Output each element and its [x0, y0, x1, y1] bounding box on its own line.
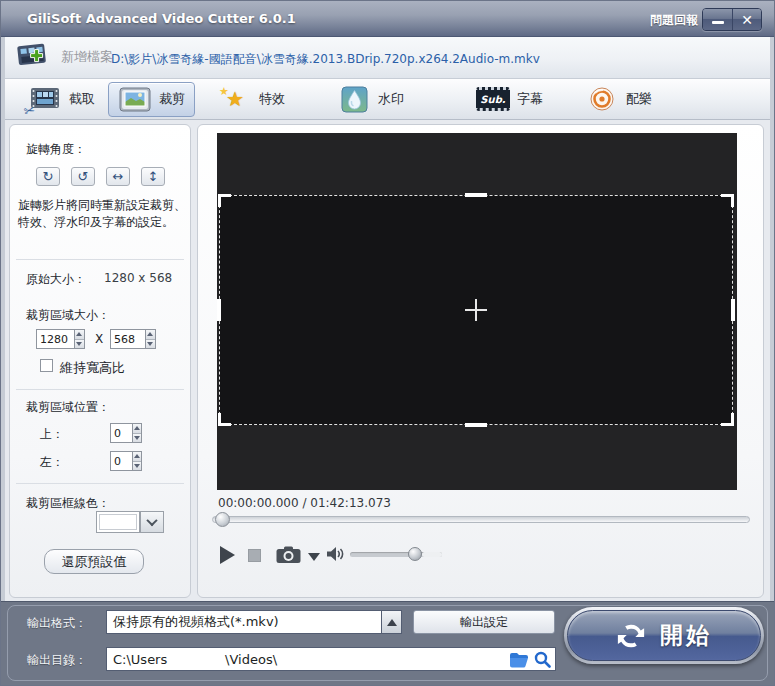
tab-watermark[interactable]: 水印: [328, 82, 413, 117]
add-file-button[interactable]: 新增檔案: [17, 42, 113, 72]
minimize-button[interactable]: [703, 9, 732, 30]
seek-bar[interactable]: [212, 516, 750, 523]
crop-handle-top-right[interactable]: [721, 194, 734, 207]
position-top-input[interactable]: [110, 423, 132, 443]
player-panel: 00:00:00.000 / 01:42:13.073: [197, 124, 764, 598]
rotate-angle-label: 旋轉角度：: [26, 141, 86, 158]
border-color-swatch[interactable]: [96, 511, 140, 533]
position-left-up-button[interactable]: [133, 452, 141, 461]
snapshot-button[interactable]: [276, 546, 301, 564]
crop-width-down-button[interactable]: [75, 339, 84, 349]
snapshot-menu-button[interactable]: [308, 553, 320, 561]
position-top-down-button[interactable]: [133, 433, 141, 443]
crop-handle-left[interactable]: [217, 299, 221, 321]
flip-vertical-button[interactable]: ↕: [141, 167, 165, 186]
reset-defaults-button[interactable]: 還原預設值: [44, 549, 144, 574]
flip-horizontal-button[interactable]: ↔: [106, 167, 130, 186]
crop-handle-right[interactable]: [731, 299, 735, 321]
feedback-link[interactable]: 問題回報: [650, 12, 698, 29]
border-color-label: 裁剪區框線色：: [26, 495, 110, 512]
crop-width-spin-buttons: [74, 329, 85, 349]
minimize-icon: [712, 21, 724, 24]
flip-horizontal-icon: ↔: [113, 169, 124, 184]
divider: [16, 483, 184, 484]
add-file-icon: [17, 42, 53, 72]
crop-size-label: 裁剪區域大小：: [26, 307, 110, 324]
crop-height-input[interactable]: [110, 329, 145, 349]
crop-height-up-button[interactable]: [146, 330, 155, 339]
output-format-combobox[interactable]: 保持原有的視頻格式(*.mkv): [106, 610, 382, 634]
output-bar: 輸出格式： 保持原有的視頻格式(*.mkv) 輸出設定 輸出目錄：: [1, 601, 774, 686]
tab-cut[interactable]: ✂ 截取: [19, 82, 104, 117]
output-dir-label: 輸出目錄：: [27, 652, 87, 669]
playback-controls: [198, 543, 763, 573]
browse-folder-button[interactable]: [509, 652, 529, 668]
video-preview[interactable]: [217, 133, 737, 490]
title-bar[interactable]: GiliSoft Advanced Video Cutter 6.0.1 問題回…: [1, 1, 774, 37]
crop-handle-bottom-right[interactable]: [721, 413, 734, 426]
rotate-cw-icon: ↻: [43, 169, 54, 184]
tab-crop[interactable]: 裁剪: [108, 82, 195, 117]
crop-handle-top[interactable]: [465, 193, 487, 197]
tab-effects-label: 特效: [259, 90, 285, 108]
divider: [16, 259, 184, 260]
tab-bar: ✂ 截取 裁剪 ★ ★ 特效: [5, 79, 770, 120]
rotate-cw-button[interactable]: ↻: [36, 167, 60, 186]
position-left-down-button[interactable]: [133, 461, 141, 471]
keep-aspect-checkbox[interactable]: [40, 359, 53, 372]
volume-thumb[interactable]: [408, 547, 422, 561]
crop-width-input[interactable]: [36, 329, 74, 349]
rotate-note: 旋轉影片將同時重新設定裁剪、特效、浮水印及字幕的設定。: [18, 197, 188, 231]
original-size-value: 1280 x 568: [104, 271, 172, 285]
open-folder-search-button[interactable]: [534, 651, 551, 668]
position-top-spin-buttons: [132, 423, 142, 443]
mute-button[interactable]: [326, 546, 345, 562]
window-title: GiliSoft Advanced Video Cutter 6.0.1: [27, 11, 296, 26]
crop-height-down-button[interactable]: [146, 339, 155, 349]
output-format-dropdown-button[interactable]: [382, 610, 402, 634]
crop-handle-bottom-left[interactable]: [218, 413, 231, 426]
start-label: 開始: [660, 620, 712, 651]
rotate-ccw-button[interactable]: ↺: [71, 167, 95, 186]
original-size-label: 原始大小：: [26, 271, 86, 288]
tab-effects[interactable]: ★ ★ 特效: [209, 82, 294, 117]
output-dir-input[interactable]: [107, 648, 495, 670]
crop-region[interactable]: [219, 195, 733, 425]
output-format-label: 輸出格式：: [27, 615, 87, 632]
up-arrow-icon: [134, 426, 140, 430]
position-left-spinner: [110, 451, 142, 471]
close-button[interactable]: ✕: [732, 9, 761, 30]
crop-position-label: 裁剪區域位置：: [26, 399, 110, 416]
sub-chip-label: Sub.: [476, 87, 510, 111]
stop-button[interactable]: [248, 549, 261, 562]
output-settings-button[interactable]: 輸出設定: [413, 610, 555, 634]
crop-handle-top-left[interactable]: [218, 194, 231, 207]
position-left-spin-buttons: [132, 451, 142, 471]
border-color-dropdown-button[interactable]: [140, 511, 164, 533]
crop-height-spin-buttons: [145, 329, 156, 349]
tab-music[interactable]: 配樂: [576, 82, 661, 117]
crop-width-up-button[interactable]: [75, 330, 84, 339]
up-arrow-icon: [76, 332, 82, 336]
position-left-input[interactable]: [110, 451, 132, 471]
keep-aspect-label: 維持寬高比: [60, 359, 125, 377]
volume-slider[interactable]: [350, 552, 442, 557]
volume-track-remainder: [422, 552, 442, 557]
toolbar: 新增檔案 D:\影片\冰雪奇緣-國語配音\冰雪奇緣.2013.BDrip.720…: [5, 37, 770, 79]
start-button[interactable]: 開始: [564, 607, 764, 664]
main-content: 旋轉角度： ↻ ↺ ↔ ↕ 旋轉影片將同時重新設定裁剪、特效、浮水印及字幕的設定…: [5, 120, 770, 601]
tab-cut-label: 截取: [69, 90, 95, 108]
seek-thumb[interactable]: [215, 512, 230, 527]
play-button[interactable]: [220, 546, 235, 564]
start-button-face: 開始: [567, 610, 761, 661]
flip-vertical-icon: ↕: [148, 169, 159, 184]
time-display: 00:00:00.000 / 01:42:13.073: [218, 496, 391, 510]
crop-handle-bottom[interactable]: [465, 423, 487, 427]
crop-center-cross[interactable]: [475, 299, 477, 321]
tab-subtitle[interactable]: Sub. 字幕: [467, 82, 552, 117]
start-refresh-icon: [616, 621, 646, 651]
divider: [16, 389, 184, 390]
close-icon: ✕: [741, 13, 753, 27]
output-dir-fieldwrap: [106, 647, 556, 671]
position-top-up-button[interactable]: [133, 424, 141, 433]
